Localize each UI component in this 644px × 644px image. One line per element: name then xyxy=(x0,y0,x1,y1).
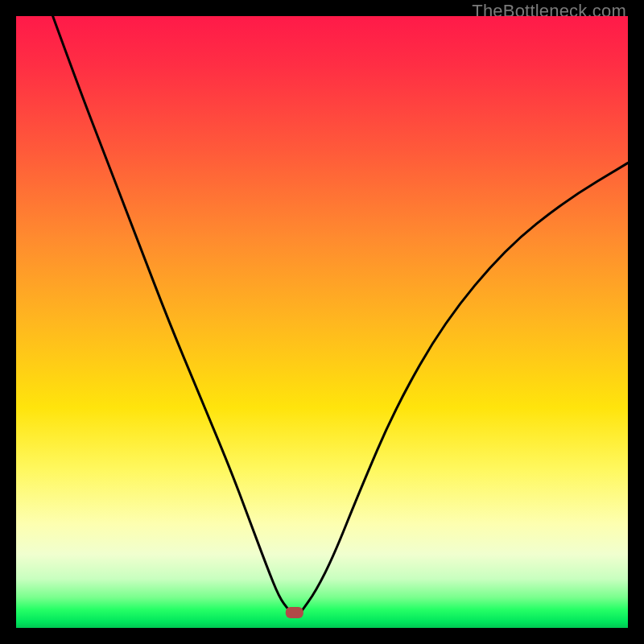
chart-frame xyxy=(16,16,628,628)
chart-svg xyxy=(16,16,628,628)
bottleneck-curve xyxy=(53,16,628,613)
optimum-marker xyxy=(286,607,303,618)
